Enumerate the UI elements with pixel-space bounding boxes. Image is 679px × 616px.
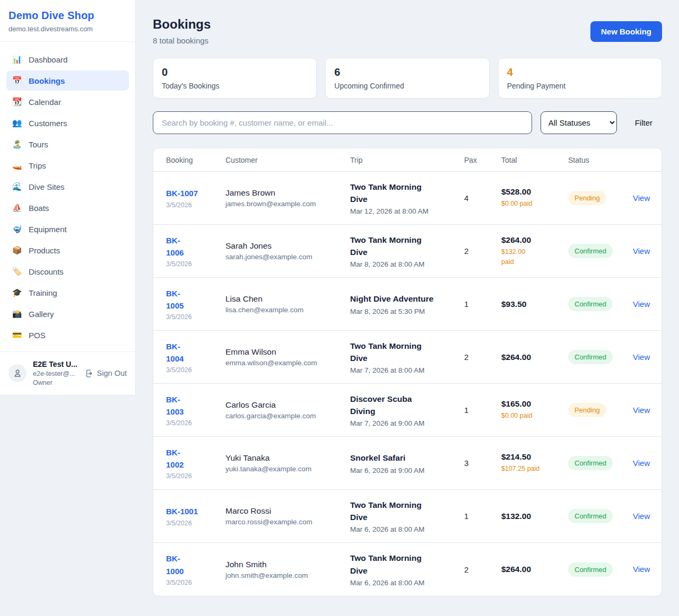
sidebar-item-label: POS xyxy=(29,331,46,340)
table-row: BK-1007 3/5/2026 James Brown james.brown… xyxy=(153,172,661,225)
booking-id-link[interactable]: BK-1007 xyxy=(166,187,225,199)
trip-datetime: Mar 7, 2026 at 8:00 AM xyxy=(350,366,464,374)
paid-amount: $0.00 paid xyxy=(501,411,568,420)
booking-id-link[interactable]: BK- 1000 xyxy=(166,552,225,577)
sidebar-item-label: Bookings xyxy=(29,76,65,85)
table-header-row: Booking Customer Trip Pax Total Status xyxy=(153,148,661,172)
booking-date: 3/5/2026 xyxy=(166,472,225,480)
view-link[interactable]: View xyxy=(633,300,650,309)
pax-count: 4 xyxy=(464,193,501,203)
booking-date: 3/5/2026 xyxy=(166,366,225,374)
filter-bar: All Statuses Filter xyxy=(153,111,662,134)
booking-id-link[interactable]: BK- 1004 xyxy=(166,340,225,365)
total-amount: $93.50 xyxy=(501,300,568,309)
avatar xyxy=(8,364,27,382)
stat-card: 0 Today's Bookings xyxy=(153,58,317,99)
table-row: BK- 1004 3/5/2026 Emma Wilson emma.wilso… xyxy=(153,331,661,384)
search-input[interactable] xyxy=(153,111,532,134)
booking-date: 3/5/2026 xyxy=(166,419,225,427)
sidebar-item-pos[interactable]: 💳 POS xyxy=(6,325,129,345)
customer-email: lisa.chen@example.com xyxy=(225,306,350,314)
customer-name: Carlos Garcia xyxy=(225,400,350,410)
trip-datetime: Mar 7, 2026 at 9:00 AM xyxy=(350,419,464,427)
sign-out-button[interactable]: Sign Out xyxy=(85,369,127,378)
dashboard-icon: 📊 xyxy=(12,55,22,64)
status-badge: Confirmed xyxy=(568,509,613,523)
shop-domain: demo.test.divestreams.com xyxy=(8,25,127,33)
sidebar-item-training[interactable]: 🎓 Training xyxy=(6,283,129,303)
customer-name: Lisa Chen xyxy=(225,294,350,304)
sidebar-item-equipment[interactable]: 🤿 Equipment xyxy=(6,219,129,239)
booking-id-link[interactable]: BK- 1002 xyxy=(166,446,225,471)
view-link[interactable]: View xyxy=(633,247,650,256)
trip-datetime: Mar 6, 2026 at 8:00 AM xyxy=(350,579,464,587)
table-row: BK- 1006 3/5/2026 Sarah Jones sarah.jone… xyxy=(153,225,661,278)
sidebar-footer: E2E Test U... e2e-tester@... Owner Sign … xyxy=(0,351,135,395)
table-row: BK- 1002 3/5/2026 Yuki Tanaka yuki.tanak… xyxy=(153,437,661,490)
trip-datetime: Mar 12, 2026 at 8:00 AM xyxy=(350,207,464,215)
sidebar-nav: 📊 Dashboard 📅 Bookings 📆 Calendar 👥 Cust… xyxy=(0,42,135,351)
trip-name: Night Dive Adventure xyxy=(350,293,464,305)
sidebar-item-trips[interactable]: 🚤 Trips xyxy=(6,155,129,175)
view-link[interactable]: View xyxy=(633,512,650,521)
customer-email: emma.wilson@example.com xyxy=(225,359,350,367)
sidebar-item-calendar[interactable]: 📆 Calendar xyxy=(6,92,129,112)
pax-count: 1 xyxy=(464,406,501,415)
pos-icon: 💳 xyxy=(12,330,22,340)
user-role: Owner xyxy=(33,379,77,388)
sidebar-item-label: Training xyxy=(29,288,57,297)
sign-out-icon xyxy=(85,369,94,378)
sidebar-item-label: Equipment xyxy=(29,225,67,234)
booking-id-link[interactable]: BK- 1003 xyxy=(166,393,225,418)
view-link[interactable]: View xyxy=(633,565,650,574)
sidebar-item-label: Dashboard xyxy=(29,55,67,64)
user-icon xyxy=(13,368,22,378)
sidebar-item-label: Calendar xyxy=(29,98,61,107)
booking-id-link[interactable]: BK- 1006 xyxy=(166,234,225,259)
shop-name: Demo Dive Shop xyxy=(8,10,127,22)
booking-date: 3/5/2026 xyxy=(166,201,225,209)
new-booking-button[interactable]: New Booking xyxy=(590,21,662,42)
customer-name: Emma Wilson xyxy=(225,347,350,357)
status-badge: Confirmed xyxy=(568,297,613,311)
page-header: Bookings 8 total bookings New Booking xyxy=(153,17,662,45)
view-link[interactable]: View xyxy=(633,353,650,362)
total-amount: $214.50 xyxy=(501,452,568,462)
col-booking: Booking xyxy=(166,156,225,164)
sidebar-item-dive-sites[interactable]: 🌊 Dive Sites xyxy=(6,177,129,197)
page-title: Bookings xyxy=(153,17,211,32)
view-link[interactable]: View xyxy=(633,459,650,468)
total-amount: $264.00 xyxy=(501,565,568,574)
sign-out-label: Sign Out xyxy=(97,369,127,377)
stats-cards: 0 Today's Bookings 6 Upcoming Confirmed … xyxy=(153,58,662,99)
booking-date: 3/5/2026 xyxy=(166,579,225,586)
customer-email: james.brown@example.com xyxy=(225,200,350,208)
sidebar-item-gallery[interactable]: 📸 Gallery xyxy=(6,304,129,324)
sidebar-item-dashboard[interactable]: 📊 Dashboard xyxy=(6,49,129,69)
booking-id-link[interactable]: BK-1001 xyxy=(166,505,225,517)
boats-icon: ⛵ xyxy=(12,203,22,213)
col-total: Total xyxy=(501,156,568,164)
view-link[interactable]: View xyxy=(633,193,650,203)
customer-email: john.smith@example.com xyxy=(225,571,350,579)
pax-count: 1 xyxy=(464,300,501,309)
col-status: Status xyxy=(568,156,633,164)
trip-name: Two Tank Morning Dive xyxy=(350,234,464,259)
stat-label: Upcoming Confirmed xyxy=(334,82,480,90)
booking-date: 3/5/2026 xyxy=(166,313,225,321)
sidebar-item-products[interactable]: 📦 Products xyxy=(6,240,129,260)
discounts-icon: 🏷️ xyxy=(12,267,22,276)
view-link[interactable]: View xyxy=(633,406,650,415)
trip-name: Two Tank Morning Dive xyxy=(350,181,464,206)
sidebar-item-bookings[interactable]: 📅 Bookings xyxy=(6,71,129,91)
status-select[interactable]: All Statuses xyxy=(541,111,617,134)
customer-name: Marco Rossi xyxy=(225,506,350,516)
stat-label: Today's Bookings xyxy=(162,82,308,90)
sidebar-item-discounts[interactable]: 🏷️ Discounts xyxy=(6,261,129,281)
sidebar-item-customers[interactable]: 👥 Customers xyxy=(6,113,129,133)
booking-id-link[interactable]: BK- 1005 xyxy=(166,287,225,312)
sidebar-item-tours[interactable]: 🏝️ Tours xyxy=(6,134,129,154)
pax-count: 1 xyxy=(464,512,501,521)
sidebar-item-boats[interactable]: ⛵ Boats xyxy=(6,198,129,218)
trip-datetime: Mar 8, 2026 at 8:00 AM xyxy=(350,260,464,268)
